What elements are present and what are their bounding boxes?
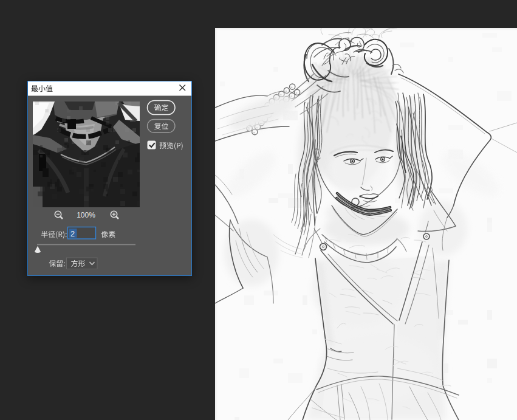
svg-text:2: 2 bbox=[70, 230, 75, 238]
svg-text:100%: 100% bbox=[77, 211, 95, 219]
